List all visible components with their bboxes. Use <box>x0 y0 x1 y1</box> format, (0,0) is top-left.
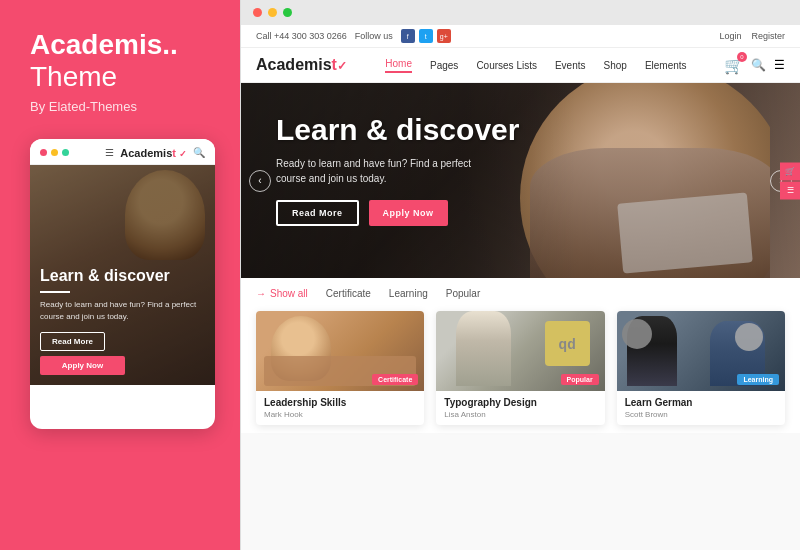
card-badge-learning: Learning <box>737 374 779 385</box>
phone-text: Call +44 300 303 0266 <box>256 31 347 41</box>
nav-links: Home Pages Courses Lists Events Shop Ele… <box>385 58 686 73</box>
mobile-top-bar: ☰ Academist ✓ 🔍 <box>30 139 215 165</box>
mobile-hero-divider <box>40 291 70 293</box>
filter-certificate[interactable]: Certificate <box>326 288 371 299</box>
nav-elements[interactable]: Elements <box>645 60 687 71</box>
browser-dot-red <box>253 8 262 17</box>
course-cards: Certificate Leadership Skills Mark Hook … <box>256 311 785 425</box>
hamburger-icon: ☰ <box>105 147 114 158</box>
apply-now-button[interactable]: Apply Now <box>369 200 448 226</box>
mobile-search-icon[interactable]: 🔍 <box>193 147 205 158</box>
hero-side-icons: 🛒 ☰ <box>780 162 800 199</box>
read-more-button[interactable]: Read More <box>276 200 359 226</box>
card-title-leadership: Leadership Skills <box>264 397 416 408</box>
site-logo: Academist✓ <box>256 56 347 74</box>
course-card-german[interactable]: Learning Learn German Scott Brown <box>617 311 785 425</box>
mobile-hero-title: Learn & discover <box>40 266 205 285</box>
topbar-social: f t g+ <box>401 29 451 43</box>
card-info-leadership: Leadership Skills Mark Hook <box>256 391 424 425</box>
mobile-dots <box>40 149 69 156</box>
hero-side-nav[interactable]: ☰ <box>780 181 800 199</box>
card-title-german: Learn German <box>625 397 777 408</box>
mobile-preview: ☰ Academist ✓ 🔍 Learn & discover Ready t… <box>30 139 215 429</box>
topbar-right: Login Register <box>719 31 785 41</box>
card-author-german: Scott Brown <box>625 410 777 419</box>
courses-section: → Show all Certificate Learning Popular … <box>241 278 800 433</box>
site-nav: Academist✓ Home Pages Courses Lists Even… <box>241 48 800 83</box>
cart-icon[interactable]: 🛒 0 <box>725 56 743 74</box>
card-author-typography: Lisa Anston <box>444 410 596 419</box>
course-card-leadership[interactable]: Certificate Leadership Skills Mark Hook <box>256 311 424 425</box>
mobile-hero-text: Ready to learn and have fun? Find a perf… <box>40 299 205 321</box>
browser-dot-green <box>283 8 292 17</box>
nav-pages[interactable]: Pages <box>430 60 458 71</box>
dot-yellow <box>51 149 58 156</box>
dot-red <box>40 149 47 156</box>
browser-chrome <box>241 0 800 25</box>
hero-content: Learn & discover Ready to learn and have… <box>276 113 519 226</box>
card-badge-popular: Popular <box>561 374 599 385</box>
logo-checkmark: ✓ <box>337 59 347 73</box>
hero-buttons: Read More Apply Now <box>276 200 519 226</box>
mobile-apply-now-button[interactable]: Apply Now <box>40 356 125 375</box>
follow-text: Follow us <box>355 31 393 41</box>
dot-green <box>62 149 69 156</box>
mobile-read-more-button[interactable]: Read More <box>40 332 105 351</box>
nav-icons: 🛒 0 🔍 ☰ <box>725 56 785 74</box>
courses-filter: → Show all Certificate Learning Popular <box>256 288 785 299</box>
card-info-typography: Typography Design Lisa Anston <box>436 391 604 425</box>
brand-subtitle: Theme <box>30 61 220 93</box>
brand-by: By Elated-Themes <box>30 99 220 114</box>
card-author-leadership: Mark Hook <box>264 410 416 419</box>
course-card-typography[interactable]: qd Popular Typography Design Lisa Anston <box>436 311 604 425</box>
hero-side-cart[interactable]: 🛒 <box>780 162 800 180</box>
nav-events[interactable]: Events <box>555 60 586 71</box>
filter-popular[interactable]: Popular <box>446 288 480 299</box>
hero-title: Learn & discover <box>276 113 519 146</box>
card-img-leadership: Certificate <box>256 311 424 391</box>
facebook-icon[interactable]: f <box>401 29 415 43</box>
mobile-hero: Learn & discover Ready to learn and have… <box>30 165 215 385</box>
right-panel: Call +44 300 303 0266 Follow us f t g+ L… <box>240 0 800 550</box>
card-img-german: Learning <box>617 311 785 391</box>
mobile-hero-buttons: Read More Apply Now <box>40 332 205 375</box>
card-badge-certificate: Certificate <box>372 374 418 385</box>
card-info-german: Learn German Scott Brown <box>617 391 785 425</box>
filter-learning[interactable]: Learning <box>389 288 428 299</box>
website: Call +44 300 303 0266 Follow us f t g+ L… <box>241 25 800 550</box>
mobile-hero-content: Learn & discover Ready to learn and have… <box>30 256 215 385</box>
nav-home[interactable]: Home <box>385 58 412 73</box>
left-panel: Academis.. Theme By Elated-Themes ☰ Acad… <box>0 0 240 550</box>
register-link[interactable]: Register <box>751 31 785 41</box>
menu-icon[interactable]: ☰ <box>774 58 785 72</box>
mobile-logo: Academist ✓ <box>120 147 187 159</box>
hero-arrow-left[interactable]: ‹ <box>249 170 271 192</box>
twitter-icon[interactable]: t <box>419 29 433 43</box>
googleplus-icon[interactable]: g+ <box>437 29 451 43</box>
brand-title: Academis.. <box>30 30 220 61</box>
site-hero: Learn & discover Ready to learn and have… <box>241 83 800 278</box>
nav-courses-lists[interactable]: Courses Lists <box>476 60 537 71</box>
hero-text: Ready to learn and have fun? Find a perf… <box>276 156 496 186</box>
mobile-nav: ☰ Academist ✓ 🔍 <box>105 147 205 159</box>
login-link[interactable]: Login <box>719 31 741 41</box>
topbar-left: Call +44 300 303 0266 Follow us f t g+ <box>256 29 451 43</box>
card-title-typography: Typography Design <box>444 397 596 408</box>
filter-show-all[interactable]: → Show all <box>256 288 308 299</box>
browser-dot-yellow <box>268 8 277 17</box>
card-img-typography: qd Popular <box>436 311 604 391</box>
search-icon[interactable]: 🔍 <box>751 58 766 72</box>
cart-badge: 0 <box>737 52 747 62</box>
nav-shop[interactable]: Shop <box>604 60 627 71</box>
site-topbar: Call +44 300 303 0266 Follow us f t g+ L… <box>241 25 800 48</box>
